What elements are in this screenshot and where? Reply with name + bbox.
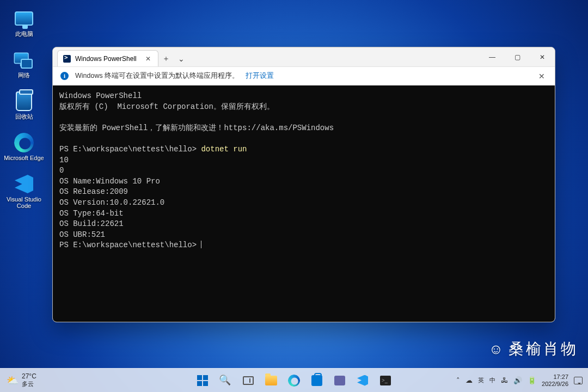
watermark: ☺ 桑榆肖物 [488,339,578,359]
file-explorer-icon [265,376,277,385]
powershell-icon [63,55,71,63]
taskbar: ⛅ 27°C 多云 🔍 >_ ˄ ☁ 英 中 🖧 🔊 🔋 17:27 2022/… [0,368,588,392]
minimize-button[interactable]: — [480,47,505,67]
taskbar-explorer-button[interactable] [261,370,281,391]
desktop-icon-label: Visual Studio Code [3,196,45,209]
tab-title: Windows PowerShell [75,55,137,63]
window-controls: — ▢ ✕ [480,47,555,67]
vscode-icon [357,375,368,386]
edge-icon [288,375,300,387]
terminal-output[interactable]: Windows PowerShell 版权所有 (C) Microsoft Co… [53,85,555,322]
term-line: OS Build:22621 [59,219,124,228]
desktop-icon-vscode[interactable]: Visual Studio Code [3,171,45,212]
weather-desc: 多云 [22,380,36,388]
chat-icon [334,376,345,385]
new-tab-button[interactable]: ＋ [158,51,174,66]
weather-icon: ⛅ [7,375,19,387]
term-line: OS Version:10.0.22621.0 [59,198,164,207]
close-button[interactable]: ✕ [530,47,555,67]
tab-powershell[interactable]: Windows PowerShell ✕ [57,50,158,66]
taskbar-tray: ˄ ☁ 英 中 🖧 🔊 🔋 17:27 2022/9/26 [456,373,588,388]
cursor [201,241,201,248]
term-line: OS UBR:521 [59,230,105,239]
taskbar-store-button[interactable] [307,370,327,391]
term-line: OS Name:Windows 10 Pro [59,177,160,186]
start-button[interactable] [192,370,213,391]
infobar: i Windows 终端可在设置中设置为默认终端应用程序。 打开设置 ✕ [53,67,555,85]
watermark-text: 桑榆肖物 [509,339,578,359]
taskbar-clock[interactable]: 17:27 2022/9/26 [542,373,568,388]
terminal-window: Windows PowerShell ✕ ＋ ⌄ — ▢ ✕ i Windows… [52,47,555,322]
term-line: 安装最新的 PowerShell，了解新功能和改进！https://aka.ms… [59,124,334,132]
taskbar-search-button[interactable]: 🔍 [215,370,236,391]
clock-date: 2022/9/26 [542,381,568,388]
desktop-icon-edge[interactable]: Microsoft Edge [3,130,45,171]
wechat-icon: ☺ [488,341,503,358]
windows-logo-icon [197,375,208,386]
infobar-message: Windows 终端可在设置中设置为默认终端应用程序。 [75,71,239,81]
tray-network-icon[interactable]: 🖧 [501,376,508,384]
taskbar-weather-widget[interactable]: ⛅ 27°C 多云 [0,372,36,388]
term-line: 版权所有 (C) Microsoft Corporation。保留所有权利。 [59,102,274,111]
notifications-button[interactable] [574,377,583,384]
taskview-icon [243,376,254,385]
titlebar[interactable]: Windows PowerShell ✕ ＋ ⌄ — ▢ ✕ [53,47,555,67]
desktop-icon-label: 此电脑 [15,30,33,37]
term-prompt: PS E:\workspace\nettest\hello> [59,145,201,154]
maximize-button[interactable]: ▢ [505,47,530,67]
network-icon [13,49,35,71]
term-line: OS Release:2009 [59,187,128,196]
edge-icon [13,132,35,154]
term-line: OS Type:64-bit [59,209,124,218]
search-icon: 🔍 [219,374,232,387]
info-icon: i [60,72,69,80]
desktop-icon-label: 回收站 [15,113,33,120]
recycle-bin-icon [13,90,35,112]
taskbar-taskview-button[interactable] [238,370,259,391]
ime-mode[interactable]: 中 [489,376,495,384]
vscode-icon [13,173,35,195]
store-icon [311,375,322,386]
term-line: 0 [59,166,64,175]
tab-dropdown-button[interactable]: ⌄ [174,51,189,66]
ime-lang[interactable]: 英 [478,376,484,384]
term-prompt: PS E:\workspace\nettest\hello> [59,241,201,249]
term-command: dotnet run [201,145,247,154]
desktop-icon-label: Microsoft Edge [4,155,44,161]
desktop-icon-recycle-bin[interactable]: 回收站 [3,88,45,130]
weather-temp: 27°C [22,372,36,380]
tray-chevron-up-icon[interactable]: ˄ [456,376,460,384]
tray-battery-icon[interactable]: 🔋 [528,376,536,384]
taskbar-center: 🔍 >_ [192,370,396,391]
tray-volume-icon[interactable]: 🔊 [513,376,522,384]
tab-close-button[interactable]: ✕ [144,54,152,63]
this-pc-icon [13,8,35,29]
term-line: 10 [59,156,69,164]
clock-time: 17:27 [542,373,568,381]
taskbar-edge-button[interactable] [284,370,304,391]
desktop-icon-label: 网络 [18,72,30,78]
desktop-icon-this-pc[interactable]: 此电脑 [3,5,45,47]
infobar-open-settings-link[interactable]: 打开设置 [246,71,274,81]
tray-onedrive-icon[interactable]: ☁ [465,376,473,384]
taskbar-terminal-button[interactable]: >_ [375,370,396,391]
desktop-icon-network[interactable]: 网络 [3,47,45,88]
desktop-icons: 此电脑 网络 回收站 Microsoft Edge Visual Studio … [3,5,45,212]
terminal-icon: >_ [380,376,391,385]
infobar-close-button[interactable]: ✕ [536,70,547,83]
taskbar-chat-button[interactable] [329,370,350,391]
taskbar-vscode-button[interactable] [352,370,373,391]
term-line: Windows PowerShell [59,91,142,100]
